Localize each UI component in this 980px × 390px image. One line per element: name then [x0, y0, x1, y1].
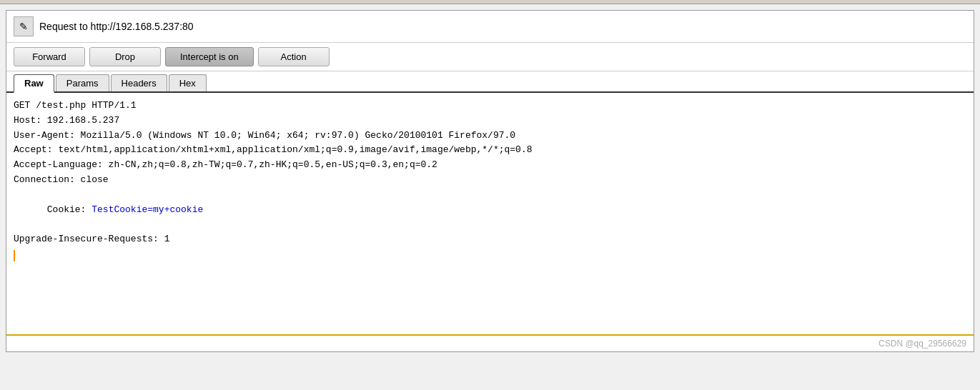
tab-headers[interactable]: Headers	[111, 74, 167, 91]
cursor-line	[14, 250, 966, 261]
watermark: CSDN @qq_29566629	[878, 339, 966, 349]
intercept-button[interactable]: Intercept is on	[165, 47, 254, 66]
request-line-6: Connection: close	[14, 173, 966, 188]
content-area[interactable]: GET /test.php HTTP/1.1 Host: 192.168.5.2…	[6, 93, 974, 336]
toolbar: Forward Drop Intercept is on Action	[6, 43, 974, 71]
top-bar	[0, 0, 980, 4]
action-button[interactable]: Action	[258, 47, 330, 66]
tab-raw[interactable]: Raw	[14, 74, 54, 93]
tab-params[interactable]: Params	[56, 74, 109, 91]
request-line-4: Accept: text/html,application/xhtml+xml,…	[14, 143, 966, 158]
request-cookie-line: Cookie: TestCookie=my+cookie	[14, 188, 966, 232]
request-line-1: GET /test.php HTTP/1.1	[14, 99, 966, 114]
forward-button[interactable]: Forward	[14, 47, 85, 66]
edit-icon[interactable]: ✎	[14, 16, 34, 36]
bottom-bar: CSDN @qq_29566629	[6, 336, 974, 351]
cursor-indicator	[14, 250, 15, 261]
request-line-8: Upgrade-Insecure-Requests: 1	[14, 232, 966, 247]
request-line-3: User-Agent: Mozilla/5.0 (Windows NT 10.0…	[14, 129, 966, 144]
cookie-value: TestCookie=my+cookie	[91, 204, 203, 215]
request-line-2: Host: 192.168.5.237	[14, 114, 966, 129]
main-container: ✎ Request to http://192.168.5.237:80 For…	[6, 10, 974, 352]
cookie-label: Cookie:	[47, 204, 91, 215]
request-line-5: Accept-Language: zh-CN,zh;q=0.8,zh-TW;q=…	[14, 158, 966, 173]
edit-icon-symbol: ✎	[19, 21, 28, 32]
tab-hex[interactable]: Hex	[169, 74, 207, 91]
tabs-bar: Raw Params Headers Hex	[6, 71, 974, 93]
request-header: ✎ Request to http://192.168.5.237:80	[6, 11, 974, 43]
drop-button[interactable]: Drop	[89, 47, 161, 66]
request-url: Request to http://192.168.5.237:80	[39, 21, 194, 32]
